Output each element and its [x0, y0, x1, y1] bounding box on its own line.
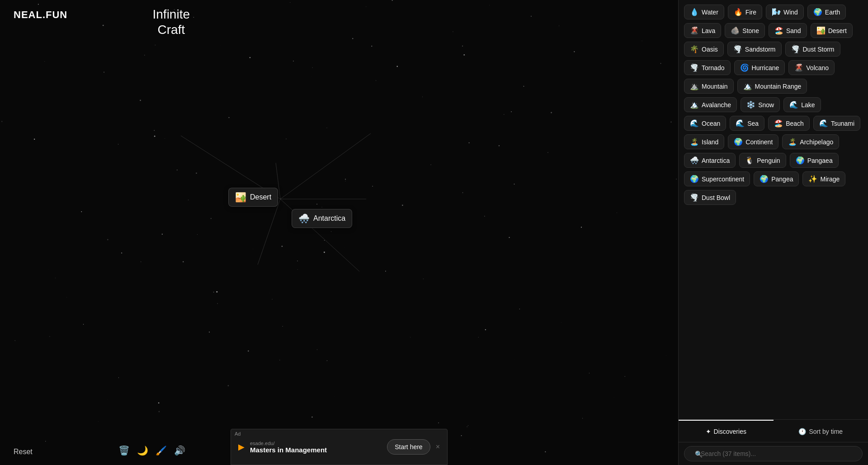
ad-label: Ad	[235, 431, 241, 437]
element-chip-dust-bowl[interactable]: 🌪️Dust Bowl	[684, 190, 736, 205]
element-chip-beach[interactable]: 🏖️Beach	[768, 116, 810, 131]
bottom-controls: Reset	[14, 448, 33, 456]
element-chip-hurricane[interactable]: 🌀Hurricane	[734, 60, 785, 75]
desert-emoji: 🏜️	[235, 192, 246, 203]
site-logo: NEAL.FUN	[14, 9, 67, 21]
sort-time-icon: 🕐	[798, 428, 806, 435]
element-chip-mountain-range[interactable]: 🏔️Mountain Range	[737, 79, 807, 94]
reset-button[interactable]: Reset	[14, 448, 33, 456]
element-chip-lava[interactable]: 🌋Lava	[684, 23, 721, 38]
element-chip-pangaea[interactable]: 🌍Pangaea	[790, 153, 839, 168]
element-chip-mirage[interactable]: ✨Mirage	[802, 171, 845, 186]
element-chip-desert[interactable]: 🏜️Desert	[811, 23, 853, 38]
element-chip-archipelago[interactable]: 🏝️Archipelago	[782, 134, 839, 149]
app-title: Infinite Craft	[153, 7, 190, 37]
element-chip-antarctica[interactable]: 🌨️Antarctica	[684, 153, 736, 168]
svg-line-1	[280, 133, 371, 199]
elements-grid: 💧Water🔥Fire🌬️Wind🌍Earth🌋Lava🪨Stone🏖️Sand…	[679, 0, 868, 419]
trash-icon[interactable]: 🗑️	[118, 445, 130, 456]
sound-icon[interactable]: 🔊	[174, 445, 185, 456]
element-chip-island[interactable]: 🏝️Island	[684, 134, 724, 149]
element-chip-sandstorm[interactable]: 🌪️Sandstorm	[727, 42, 782, 57]
canvas-element-antarctica[interactable]: 🌨️ Antarctica	[292, 209, 352, 228]
element-chip-earth[interactable]: 🌍Earth	[807, 5, 846, 19]
ad-text: esade.edu/ Masters in Management	[250, 441, 382, 454]
discoveries-icon: ✦	[706, 428, 711, 435]
element-chip-tornado[interactable]: 🌪️Tornado	[684, 60, 731, 75]
ad-arrow-icon: ▶	[238, 442, 245, 452]
ad-banner: Ad ▶ esade.edu/ Masters in Management St…	[231, 429, 448, 465]
search-bar: 🔍	[679, 442, 868, 465]
element-chip-tsunami[interactable]: 🌊Tsunami	[813, 116, 860, 131]
canvas-element-desert[interactable]: 🏜️ Desert	[228, 188, 278, 207]
desert-label: Desert	[250, 193, 271, 201]
element-chip-penguin[interactable]: 🐧Penguin	[739, 153, 786, 168]
brush-icon[interactable]: 🖌️	[156, 445, 167, 456]
tab-sort-by-time[interactable]: 🕐 Sort by time	[774, 420, 868, 442]
element-chip-wind[interactable]: 🌬️Wind	[766, 5, 804, 19]
right-panel: 💧Water🔥Fire🌬️Wind🌍Earth🌋Lava🪨Stone🏖️Sand…	[678, 0, 868, 465]
search-icon: 🔍	[695, 451, 703, 458]
ad-cta-button[interactable]: Start here	[387, 439, 430, 455]
element-chip-avalanche[interactable]: 🏔️Avalanche	[684, 97, 737, 112]
connection-lines	[0, 0, 678, 465]
element-chip-sand[interactable]: 🏖️Sand	[769, 23, 807, 38]
antarctica-emoji: 🌨️	[298, 213, 310, 224]
antarctica-label: Antarctica	[313, 214, 345, 223]
element-chip-supercontinent[interactable]: 🌍Supercontinent	[684, 171, 750, 186]
ad-title: Masters in Management	[250, 446, 382, 454]
element-chip-sea[interactable]: 🌊Sea	[730, 116, 764, 131]
tab-discoveries[interactable]: ✦ Discoveries	[679, 420, 774, 442]
element-chip-volcano[interactable]: 🌋Volcano	[788, 60, 835, 75]
element-chip-pangea[interactable]: 🌍Pangea	[754, 171, 799, 186]
bottom-right-controls: 🗑️ 🌙 🖌️ 🔊	[118, 445, 185, 456]
element-chip-water[interactable]: 💧Water	[684, 5, 724, 19]
element-chip-lake[interactable]: 🌊Lake	[783, 97, 821, 112]
sort-time-label: Sort by time	[809, 428, 843, 435]
svg-line-4	[258, 199, 280, 265]
dark-mode-icon[interactable]: 🌙	[137, 445, 148, 456]
element-chip-oasis[interactable]: 🌴Oasis	[684, 42, 724, 57]
element-chip-snow[interactable]: ❄️Snow	[741, 97, 780, 112]
craft-canvas[interactable]: NEAL.FUN Infinite Craft 🏜️ Desert 🌨️ Ant…	[0, 0, 678, 465]
panel-tabs: ✦ Discoveries 🕐 Sort by time	[679, 419, 868, 442]
element-chip-continent[interactable]: 🌍Continent	[728, 134, 778, 149]
element-chip-ocean[interactable]: 🌊Ocean	[684, 116, 726, 131]
search-input[interactable]	[684, 446, 863, 461]
element-chip-dust-storm[interactable]: 🌪️Dust Storm	[785, 42, 840, 57]
element-chip-stone[interactable]: 🪨Stone	[725, 23, 765, 38]
discoveries-label: Discoveries	[714, 428, 746, 435]
element-chip-fire[interactable]: 🔥Fire	[728, 5, 762, 19]
ad-source: esade.edu/	[250, 441, 382, 446]
element-chip-mountain[interactable]: ⛰️Mountain	[684, 79, 734, 94]
ad-close-icon[interactable]: ×	[436, 443, 440, 451]
